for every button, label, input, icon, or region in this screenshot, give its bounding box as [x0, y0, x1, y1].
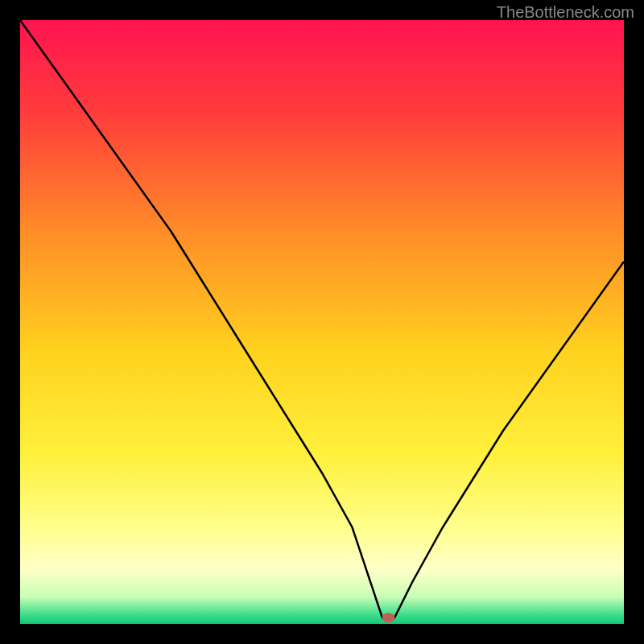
watermark-text: TheBottleneck.com: [497, 3, 634, 22]
plot-area: [20, 20, 624, 624]
gradient-background: [20, 20, 624, 624]
chart-svg: [20, 20, 624, 624]
optimum-marker: [382, 613, 395, 623]
chart-container: TheBottleneck.com: [0, 0, 644, 644]
